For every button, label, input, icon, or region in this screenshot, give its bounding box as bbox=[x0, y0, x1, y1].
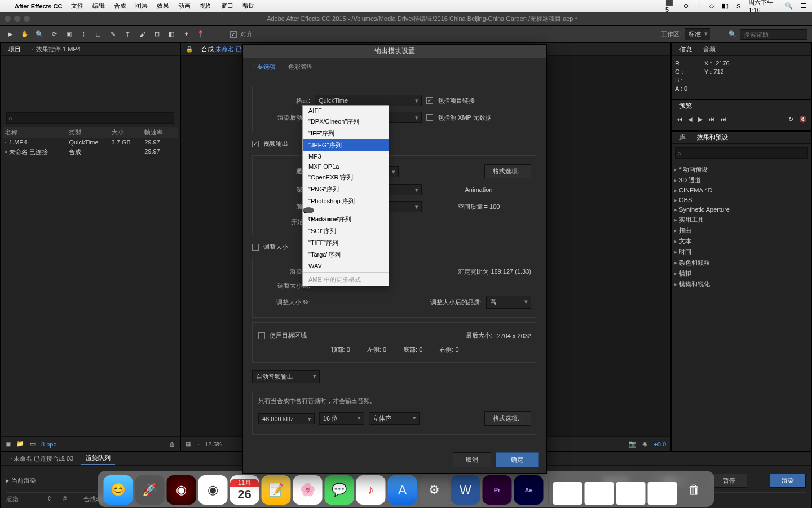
effects-category[interactable]: 模糊和锐化 bbox=[674, 279, 809, 290]
close-window-icon[interactable] bbox=[5, 16, 11, 22]
exposure-icon[interactable]: ◉ bbox=[642, 440, 648, 448]
menu-animation[interactable]: 动画 bbox=[178, 2, 191, 10]
new-comp-icon[interactable]: ▭ bbox=[30, 440, 36, 448]
project-row[interactable]: ▫ 1.MP4QuickTime3.7 GB29.97 bbox=[3, 138, 178, 147]
adobe-icon[interactable]: ⬛ 5 bbox=[665, 0, 676, 13]
dock-appstore-icon[interactable]: A bbox=[388, 475, 417, 505]
format-option[interactable]: WAV bbox=[303, 261, 389, 271]
audio-stereo-dropdown[interactable]: 立体声 bbox=[369, 412, 420, 425]
menu-window[interactable]: 窗口 bbox=[221, 2, 233, 10]
render-button[interactable]: 渲染 bbox=[770, 474, 806, 488]
pen-tool-icon[interactable]: ✎ bbox=[107, 29, 118, 40]
effects-category[interactable]: 实用工具 bbox=[674, 214, 809, 225]
status-icon-2[interactable]: ⊹ bbox=[696, 2, 701, 10]
zoom-window-icon[interactable] bbox=[24, 16, 30, 22]
loop-icon[interactable]: ↻ bbox=[788, 116, 793, 123]
ok-button[interactable]: 确定 bbox=[496, 452, 539, 467]
dock-trash-icon[interactable]: 🗑 bbox=[679, 475, 709, 505]
dock-chrome-icon[interactable]: ◉ bbox=[198, 475, 228, 505]
effects-category[interactable]: Synthetic Aperture bbox=[674, 205, 809, 214]
prev-frame-icon[interactable]: ◀ bbox=[688, 116, 692, 123]
project-row[interactable]: ▫ 未命名 已连接合成29.97 bbox=[3, 147, 178, 157]
video-format-options-button[interactable]: 格式选项... bbox=[484, 164, 531, 178]
mute-icon[interactable]: 🔇 bbox=[799, 116, 807, 123]
tab-color-management[interactable]: 色彩管理 bbox=[286, 62, 315, 72]
tab-effects-presets[interactable]: 效果和预设 bbox=[694, 132, 731, 143]
dock-launchpad-icon[interactable]: 🚀 bbox=[135, 475, 165, 505]
clone-tool-icon[interactable]: ⊞ bbox=[151, 29, 162, 40]
format-dropdown[interactable]: QuickTime bbox=[315, 95, 422, 106]
roto-tool-icon[interactable]: ✦ bbox=[180, 29, 192, 40]
format-option[interactable]: QuickTime bbox=[303, 207, 314, 213]
camera-icon[interactable]: 📷 bbox=[629, 440, 637, 448]
project-search-input[interactable] bbox=[6, 112, 174, 124]
format-option[interactable]: "TIFF"序列 bbox=[303, 237, 389, 249]
tab-audio[interactable]: 音频 bbox=[700, 44, 719, 55]
workspace-dropdown[interactable]: 标准 bbox=[685, 28, 710, 40]
status-icon-1[interactable]: ⊕ bbox=[683, 2, 689, 10]
zoom-tool-icon[interactable]: 🔍 bbox=[34, 29, 45, 40]
menu-edit[interactable]: 编辑 bbox=[92, 2, 105, 10]
effects-category[interactable]: CINEMA 4D bbox=[674, 186, 809, 195]
wifi-icon[interactable]: ◇ bbox=[709, 2, 714, 10]
dock-minimized-window[interactable] bbox=[585, 482, 614, 505]
app-name[interactable]: After Effects CC bbox=[15, 3, 62, 10]
selection-tool-icon[interactable]: ▶ bbox=[5, 29, 16, 40]
zoom-dropdown[interactable]: 12.5% bbox=[205, 441, 222, 448]
tab-render-queue[interactable]: 渲染队列 bbox=[81, 452, 115, 465]
video-output-checkbox[interactable] bbox=[252, 141, 259, 147]
format-option[interactable]: "IFF"序列 bbox=[303, 128, 389, 139]
effects-category[interactable]: 时间 bbox=[674, 247, 809, 257]
pan-behind-tool-icon[interactable]: ⊹ bbox=[78, 29, 89, 40]
next-frame-icon[interactable]: ⏭ bbox=[708, 116, 714, 123]
menu-help[interactable]: 帮助 bbox=[242, 2, 255, 10]
menu-icon[interactable]: ☰ bbox=[801, 2, 806, 10]
resize-checkbox[interactable] bbox=[252, 244, 259, 251]
type-tool-icon[interactable]: T bbox=[122, 29, 133, 40]
mask-icon[interactable]: ▫ bbox=[197, 441, 199, 448]
dock-minimized-window[interactable] bbox=[616, 482, 646, 505]
menu-layer[interactable]: 图层 bbox=[135, 2, 148, 10]
audio-bits-dropdown[interactable]: 16 位 bbox=[319, 412, 364, 425]
tab-info[interactable]: 信息 bbox=[676, 44, 695, 55]
exposure-value[interactable]: +0.0 bbox=[654, 441, 666, 448]
lock-icon[interactable]: 🔒 bbox=[186, 46, 193, 53]
minimize-window-icon[interactable] bbox=[14, 16, 20, 22]
dock-premiere-icon[interactable]: Pr bbox=[483, 475, 512, 505]
cancel-button[interactable]: 取消 bbox=[453, 452, 491, 467]
include-xmp-checkbox[interactable] bbox=[426, 114, 433, 121]
tab-main-options[interactable]: 主要选项 bbox=[249, 62, 278, 72]
first-frame-icon[interactable]: ⏮ bbox=[676, 116, 682, 123]
tab-effect-controls[interactable]: ▫ 效果控件 1.MP4 bbox=[29, 44, 84, 55]
effects-category[interactable]: 扭曲 bbox=[674, 225, 809, 236]
dock-finder-icon[interactable]: 😊 bbox=[104, 475, 133, 505]
puppet-tool-icon[interactable]: 📍 bbox=[195, 29, 206, 40]
audio-hz-dropdown[interactable]: 48.000 kHz bbox=[258, 413, 315, 424]
tab-library[interactable]: 库 bbox=[676, 132, 689, 143]
tab-comp-timeline[interactable]: ▫ 未命名 已连接合成 03 bbox=[5, 453, 78, 465]
trash-icon[interactable]: 🗑 bbox=[169, 441, 175, 448]
dock-photos-icon[interactable]: 🌸 bbox=[293, 475, 323, 505]
dock-word-icon[interactable]: W bbox=[451, 475, 480, 505]
menu-effect[interactable]: 效果 bbox=[157, 2, 169, 10]
menu-file[interactable]: 文件 bbox=[71, 2, 83, 10]
folder-icon[interactable]: 📁 bbox=[16, 440, 24, 448]
tab-project[interactable]: 项目 bbox=[5, 44, 24, 55]
hand-tool-icon[interactable]: ✋ bbox=[19, 29, 30, 40]
input-icon[interactable]: S bbox=[736, 3, 740, 10]
format-option[interactable]: "Targa"序列 bbox=[303, 249, 389, 261]
eraser-tool-icon[interactable]: ◧ bbox=[166, 29, 177, 40]
search-help-input[interactable] bbox=[740, 29, 807, 40]
format-dropdown-menu[interactable]: AIFF"DPX/Cineon"序列"IFF"序列"JPEG"序列MP3MXF … bbox=[302, 105, 389, 286]
format-option[interactable]: AIFF bbox=[303, 106, 389, 116]
last-frame-icon[interactable]: ⏭ bbox=[720, 116, 726, 123]
menu-composition[interactable]: 合成 bbox=[114, 2, 126, 10]
dock-itunes-icon[interactable]: ♪ bbox=[356, 475, 386, 505]
format-option[interactable]: "Photoshop"序列 bbox=[303, 195, 389, 207]
rotate-tool-icon[interactable]: ⟳ bbox=[48, 29, 60, 40]
include-link-checkbox[interactable] bbox=[426, 97, 433, 104]
format-option[interactable]: "OpenEXR"序列 bbox=[303, 172, 389, 183]
effects-search-input[interactable] bbox=[675, 147, 808, 159]
format-option[interactable]: "PNG"序列 bbox=[303, 183, 389, 195]
spotlight-icon[interactable]: 🔍 bbox=[785, 2, 793, 10]
